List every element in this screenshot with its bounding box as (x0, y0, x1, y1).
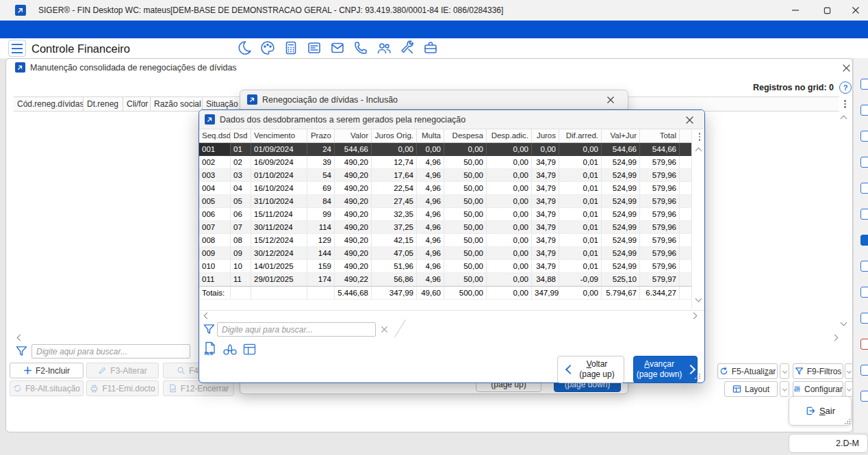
configurar-button[interactable]: Configurar (793, 381, 843, 397)
main-search-input[interactable] (31, 344, 190, 359)
dialog-column-header[interactable]: Seq.dsd (199, 129, 231, 142)
f5-dropdown-icon[interactable] (780, 363, 789, 379)
table-row[interactable]: 0050531/10/202484490,2027,454,9650,000,0… (199, 195, 692, 208)
dialog-hscrollbar[interactable] (199, 310, 704, 322)
dock-icon[interactable] (860, 183, 868, 194)
table-row[interactable]: 0030301/10/202454490,2017,644,9650,000,0… (199, 169, 692, 182)
dialog-column-header[interactable]: Despesa (444, 129, 487, 142)
dialog-grid-menu-icon[interactable] (699, 133, 701, 141)
cell (231, 287, 251, 299)
dock-icon[interactable] (860, 105, 868, 116)
dialog-column-header[interactable]: Total (640, 129, 680, 142)
f9-filtros-button[interactable]: F9-Filtros (793, 363, 843, 379)
cell: 006 (199, 208, 231, 220)
dock-icon[interactable] (860, 261, 868, 272)
dialog-column-header[interactable]: Juros (532, 129, 559, 142)
dialog-column-header[interactable]: Vencimento (251, 129, 307, 142)
binoculars-icon[interactable] (222, 343, 238, 356)
main-close-icon[interactable] (839, 61, 853, 75)
night-mode-icon[interactable] (236, 40, 253, 56)
export-xls-icon[interactable]: XLS (203, 341, 217, 356)
grid-column-header[interactable]: Cód.reneg.dívidas (14, 97, 84, 111)
grid-column-header[interactable]: Situação (203, 97, 240, 111)
grid-column-header[interactable]: Cli/for (123, 97, 151, 111)
help-icon[interactable]: ? (839, 81, 852, 94)
grid-menu-icon[interactable] (844, 100, 846, 108)
voltar-button[interactable]: Voltar (page up) (557, 356, 624, 383)
cell: 4,96 (417, 273, 444, 285)
dock-icon[interactable] (860, 287, 868, 298)
layout-button[interactable]: Layout (724, 381, 778, 397)
cell: 03 (231, 169, 251, 181)
calculator-icon[interactable] (283, 40, 299, 56)
f3-alterar-button[interactable]: F3-Alterar (86, 363, 159, 378)
cell: 0,01 (559, 234, 602, 246)
dialog-vscrollbar[interactable] (691, 129, 704, 309)
table-row[interactable]: 0111129/01/2025174490,2256,864,9650,000,… (199, 273, 692, 286)
cell: 0,00 (487, 273, 532, 285)
f5-atualizar-button[interactable]: F5-Atualizar (717, 363, 778, 379)
cell: 0,00 (372, 143, 417, 155)
phone-icon[interactable] (353, 40, 369, 56)
clear-search-icon[interactable] (379, 324, 390, 335)
dock-icon[interactable] (860, 79, 868, 90)
dialog-column-header[interactable]: Desp.adic. (487, 129, 532, 142)
dialog-column-header[interactable]: Dif.arred. (559, 129, 602, 142)
grid-column-header[interactable]: Dt.reneg (84, 97, 123, 111)
layout-dropdown-icon[interactable] (780, 381, 789, 397)
dialog-resize-grip[interactable] (695, 374, 700, 379)
menu-icon[interactable] (8, 40, 26, 57)
sair-button[interactable]: Sair (789, 396, 852, 426)
dialog-search-input[interactable] (217, 322, 376, 337)
cell: 14/01/2025 (251, 260, 307, 272)
f11-emi-docto-button[interactable]: F11-Emi.docto (86, 380, 159, 396)
table-row[interactable]: 0080815/12/2024129490,2042,154,9650,000,… (199, 234, 692, 247)
dialog-close-icon[interactable] (682, 113, 696, 127)
cell: 008 (199, 234, 231, 246)
table-row[interactable]: 0070730/11/2024114490,2037,254,9650,000,… (199, 221, 692, 234)
dock-icon[interactable] (860, 339, 868, 350)
grid-layout-icon[interactable] (243, 343, 256, 355)
cell: 011 (199, 273, 231, 285)
renegotiation-close-icon[interactable] (604, 94, 617, 106)
dialog-column-header[interactable]: Val+Jur (602, 129, 640, 142)
dialog-column-header[interactable]: Dsd (231, 129, 251, 142)
avancar-button[interactable]: Avançar (page down) (633, 356, 698, 383)
contacts-icon[interactable] (376, 40, 392, 56)
theme-palette-icon[interactable] (259, 40, 276, 56)
dialog-column-header[interactable]: Prazo (307, 129, 335, 142)
table-row[interactable]: 0040416/10/202469490,2022,544,9650,000,0… (199, 182, 692, 195)
cell: 17,64 (372, 169, 417, 181)
dock-icon[interactable] (860, 131, 868, 142)
dock-icon[interactable] (860, 313, 868, 324)
maximize-icon[interactable] (816, 0, 838, 21)
table-row[interactable]: 0101014/01/2025159490,2051,964,9650,000,… (199, 260, 692, 273)
f2-incluir-button[interactable]: F2-Incluir (10, 363, 84, 378)
dialog-column-header[interactable]: Multa (417, 129, 444, 142)
dock-icon[interactable] (860, 235, 868, 246)
filter-funnel-icon[interactable] (15, 345, 28, 357)
mail-icon[interactable] (329, 40, 346, 56)
news-icon[interactable] (306, 40, 322, 56)
table-row[interactable]: 0060615/11/202499490,2032,354,9650,000,0… (199, 208, 692, 221)
dialog-column-header[interactable]: Juros Orig. (372, 129, 417, 142)
tools-icon[interactable] (399, 40, 416, 56)
minimize-icon[interactable] (784, 0, 806, 21)
f9-dropdown-icon[interactable] (845, 363, 853, 379)
dock-icon[interactable] (860, 365, 868, 376)
dock-icon[interactable] (860, 209, 868, 220)
dialog-filter-funnel-icon[interactable] (203, 323, 216, 335)
grid-column-header[interactable]: Razão social (151, 97, 203, 111)
briefcase-icon[interactable] (422, 40, 439, 56)
configurar-dropdown-icon[interactable] (845, 381, 853, 397)
table-row[interactable]: 0090930/12/2024144490,2047,054,9650,000,… (199, 247, 692, 260)
dialog-column-header[interactable]: Valor (335, 129, 372, 142)
table-row[interactable]: 0010101/09/202424544,660,000,000,000,000… (199, 143, 692, 156)
dock-icon[interactable] (860, 157, 868, 168)
resize-grip[interactable] (845, 419, 850, 424)
close-icon[interactable] (845, 0, 867, 21)
table-row[interactable]: 0020216/09/202439490,2012,744,9650,000,0… (199, 156, 692, 169)
cell (307, 287, 335, 299)
f8-alt-situacao-button[interactable]: F8-Alt.situação (10, 380, 84, 396)
dock-icon[interactable] (860, 391, 868, 402)
